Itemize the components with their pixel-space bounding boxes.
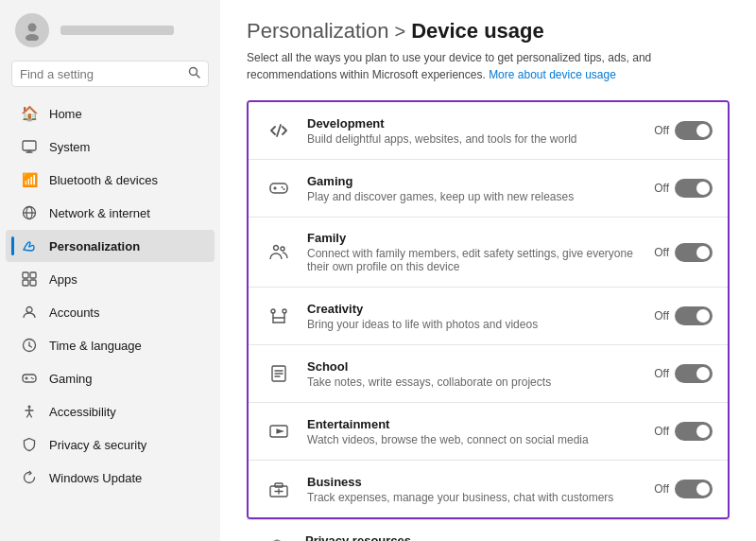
- accounts-icon: [21, 304, 38, 321]
- privacy-resources-title: Privacy resources: [305, 533, 714, 541]
- sidebar-item-label: Personalization: [49, 239, 140, 253]
- search-input[interactable]: [20, 67, 182, 81]
- development-title: Development: [307, 116, 641, 131]
- sidebar-item-label: Privacy & security: [49, 438, 146, 452]
- setting-row-development: Development Build delightful apps, websi…: [249, 102, 728, 160]
- business-toggle-label: Off: [654, 482, 669, 496]
- sidebar-item-update[interactable]: Windows Update: [6, 462, 215, 494]
- sidebar-item-accessibility[interactable]: Accessibility: [6, 395, 215, 428]
- creativity-info: Creativity Bring your ideas to life with…: [307, 302, 641, 331]
- sidebar-item-apps[interactable]: Apps: [6, 263, 215, 295]
- entertainment-desc: Watch videos, browse the web, connect on…: [307, 433, 641, 446]
- gaming-info: Gaming Play and discover games, keep up …: [307, 174, 641, 203]
- privacy-resources-info: Privacy resources About these settings a…: [305, 533, 714, 541]
- setting-row-school: School Take notes, write essays, collabo…: [249, 345, 728, 403]
- entertainment-toggle-label: Off: [654, 425, 669, 438]
- sidebar-item-home[interactable]: 🏠 Home: [6, 97, 215, 130]
- svg-line-3: [197, 75, 200, 79]
- creativity-toggle-label: Off: [654, 309, 669, 323]
- svg-line-27: [29, 413, 32, 417]
- gaming-icon: [21, 370, 38, 387]
- school-toggle[interactable]: [675, 364, 713, 383]
- sidebar-item-system[interactable]: System: [6, 131, 215, 163]
- school-desc: Take notes, write essays, collaborate on…: [307, 375, 641, 389]
- gaming-title: Gaming: [307, 174, 641, 188]
- family-toggle-label: Off: [654, 246, 669, 259]
- privacy-resources-row: Privacy resources About these settings a…: [247, 519, 730, 541]
- sidebar-item-time[interactable]: Time & language: [6, 329, 215, 361]
- entertainment-info: Entertainment Watch videos, browse the w…: [307, 417, 641, 446]
- creativity-title: Creativity: [307, 302, 641, 316]
- business-toggle-group: Off: [654, 480, 713, 498]
- page-description: Select all the ways you plan to use your…: [247, 49, 730, 83]
- nav-list: 🏠 Home System 📶 Bluetooth & devices: [0, 95, 220, 541]
- school-title: School: [307, 359, 641, 374]
- setting-row-gaming: Gaming Play and discover games, keep up …: [249, 160, 728, 218]
- svg-rect-10: [23, 272, 28, 278]
- svg-point-32: [282, 186, 284, 188]
- svg-rect-49: [275, 483, 283, 487]
- development-desc: Build delightful apps, websites, and too…: [307, 132, 641, 146]
- business-title: Business: [307, 475, 641, 489]
- family-info: Family Connect with family members, edit…: [307, 231, 641, 273]
- breadcrumb: Personalization > Device usage: [247, 19, 730, 44]
- svg-point-1: [26, 34, 39, 41]
- business-info: Business Track expenses, manage your bus…: [307, 475, 641, 504]
- update-icon: [21, 469, 38, 486]
- main-content: Personalization > Device usage Select al…: [220, 0, 756, 541]
- school-toggle-label: Off: [654, 367, 669, 380]
- svg-rect-12: [23, 280, 28, 286]
- accessibility-icon: [21, 403, 38, 420]
- time-icon: [21, 337, 38, 354]
- business-icon: [264, 474, 294, 504]
- entertainment-toggle[interactable]: [675, 422, 713, 441]
- family-title: Family: [307, 231, 641, 245]
- creativity-toggle-group: Off: [654, 306, 713, 325]
- school-info: School Take notes, write essays, collabo…: [307, 359, 641, 389]
- svg-point-0: [28, 24, 37, 32]
- svg-line-28: [277, 125, 281, 136]
- creativity-icon: [264, 301, 294, 331]
- gaming-toggle[interactable]: [675, 179, 713, 198]
- school-toggle-group: Off: [654, 364, 713, 383]
- svg-point-14: [26, 307, 32, 313]
- privacy-icon: [21, 436, 38, 453]
- avatar: [15, 13, 49, 47]
- family-icon: [264, 237, 294, 268]
- setting-row-family: Family Connect with family members, edit…: [249, 218, 728, 288]
- apps-icon: [21, 270, 38, 288]
- privacy-resources-icon: [262, 533, 292, 541]
- sidebar-item-label: Time & language: [49, 339, 142, 353]
- family-toggle[interactable]: [675, 243, 713, 262]
- family-toggle-group: Off: [654, 243, 713, 262]
- business-toggle[interactable]: [675, 480, 713, 498]
- sidebar-item-bluetooth[interactable]: 📶 Bluetooth & devices: [6, 164, 215, 196]
- gaming-desc: Play and discover games, keep up with ne…: [307, 190, 641, 203]
- search-box[interactable]: [11, 61, 209, 87]
- system-icon: [21, 138, 38, 155]
- gaming-setting-icon: [264, 173, 294, 203]
- network-icon: [21, 204, 38, 221]
- sidebar-item-personalization[interactable]: Personalization: [6, 230, 215, 262]
- development-toggle[interactable]: [675, 121, 713, 140]
- search-icon: [188, 66, 200, 81]
- svg-point-22: [32, 378, 34, 380]
- development-icon: [264, 115, 294, 146]
- creativity-toggle[interactable]: [675, 306, 713, 325]
- sidebar-item-label: System: [49, 140, 90, 154]
- sidebar-item-label: Windows Update: [49, 471, 142, 485]
- profile-name-bar: [60, 26, 174, 35]
- svg-point-33: [284, 188, 285, 190]
- svg-line-17: [29, 346, 32, 348]
- sidebar-item-privacy[interactable]: Privacy & security: [6, 428, 215, 461]
- sidebar-item-network[interactable]: Network & internet: [6, 197, 215, 229]
- more-link[interactable]: More about device usage: [489, 68, 616, 81]
- settings-highlight-box: Development Build delightful apps, websi…: [247, 100, 730, 519]
- sidebar-item-accounts[interactable]: Accounts: [6, 296, 215, 328]
- sidebar-item-gaming[interactable]: Gaming: [6, 362, 215, 394]
- sidebar-item-label: Accounts: [49, 305, 99, 320]
- bluetooth-icon: 📶: [21, 171, 38, 188]
- school-icon: [264, 358, 294, 389]
- sidebar-item-label: Home: [49, 107, 82, 121]
- svg-point-21: [31, 377, 33, 379]
